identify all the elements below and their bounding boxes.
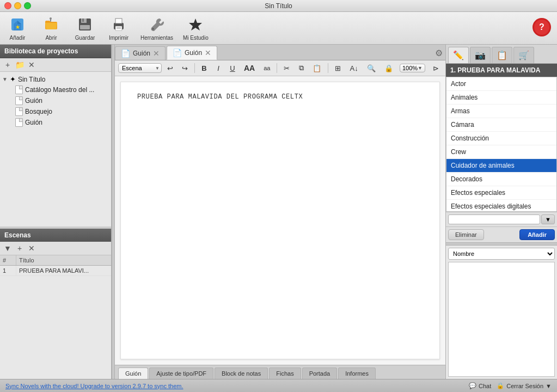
tab-1[interactable]: 📄 Guión ✕ bbox=[167, 46, 217, 60]
add-scene-button[interactable]: + bbox=[15, 243, 25, 253]
rp-nombre-select[interactable]: Nombre bbox=[448, 248, 555, 260]
rp-tab-camera[interactable]: 📷 bbox=[470, 47, 491, 63]
save-label: Guardar bbox=[75, 35, 95, 41]
help-icon[interactable]: ? bbox=[532, 17, 552, 39]
scene-type-select[interactable]: Escena bbox=[118, 63, 162, 73]
rp-item-efectos[interactable]: Efectos especiales bbox=[446, 186, 556, 200]
print-icon bbox=[110, 16, 127, 33]
print-button[interactable]: Imprimir bbox=[107, 16, 131, 41]
panel-toggle-button[interactable]: ⊳ bbox=[430, 63, 442, 74]
chat-button[interactable]: 💬 Chat bbox=[469, 382, 491, 389]
close-button[interactable] bbox=[4, 2, 11, 9]
rp-item-construccion[interactable]: Construcción bbox=[446, 132, 556, 145]
svg-rect-14 bbox=[117, 28, 121, 29]
copy-button[interactable]: ⧉ bbox=[295, 62, 307, 74]
print-label: Imprimir bbox=[109, 35, 128, 41]
svg-text:?: ? bbox=[539, 22, 544, 32]
session-button[interactable]: 🔒 Cerrar Sesión ▼ bbox=[497, 382, 552, 389]
scene-row-0[interactable]: 1 PRUEBA PARA MALAVI... bbox=[0, 266, 111, 276]
rp-item-decorados[interactable]: Decorados bbox=[446, 173, 556, 186]
format-btn-1[interactable]: ⊞ bbox=[332, 63, 344, 74]
zoom-control: 100% ▼ bbox=[400, 64, 425, 72]
tree-child-item-1[interactable]: Guión bbox=[13, 95, 111, 106]
bottom-tab-portada[interactable]: Portada bbox=[302, 367, 338, 379]
bottom-tab-informes[interactable]: Informes bbox=[338, 367, 376, 379]
rp-item-animales[interactable]: Animales bbox=[446, 91, 556, 105]
bottom-tab-bar: Guión Ajuste de tipo/PDF Block de notas … bbox=[115, 365, 445, 379]
tab-settings-icon[interactable]: ⚙ bbox=[435, 48, 443, 58]
doc-icon-0 bbox=[15, 85, 23, 94]
status-bar: Sync Novels with the cloud! Upgrade to v… bbox=[0, 379, 557, 392]
save-icon bbox=[76, 16, 94, 33]
rp-tab-camera-icon: 📷 bbox=[475, 50, 486, 60]
delete-project-button[interactable]: ✕ bbox=[27, 60, 36, 70]
bottom-tab-guion[interactable]: Guión bbox=[118, 367, 148, 379]
tree-child-item-2[interactable]: Bosquejo bbox=[13, 106, 111, 117]
mystudio-label: Mi Estudio bbox=[183, 35, 209, 41]
rp-tab-edit[interactable]: ✏️ bbox=[448, 47, 469, 63]
svg-rect-13 bbox=[117, 27, 121, 28]
redo-button[interactable]: ↪ bbox=[179, 63, 191, 74]
rp-item-crew[interactable]: Crew bbox=[446, 145, 556, 159]
chat-label: Chat bbox=[479, 383, 491, 389]
tab-close-0[interactable]: ✕ bbox=[153, 49, 160, 58]
italic-button[interactable]: I bbox=[212, 63, 224, 74]
rp-tab-shop[interactable]: 🛒 bbox=[513, 47, 534, 63]
window-title: Sin Título bbox=[265, 2, 292, 10]
add-button[interactable]: ★ Añadir bbox=[5, 16, 29, 41]
delete-scene-button[interactable]: ✕ bbox=[27, 243, 36, 253]
project-tree: ▼ ✦ Sin Título Catálogo Maestro del ... … bbox=[0, 72, 111, 226]
maximize-button[interactable] bbox=[24, 2, 31, 9]
rp-add-button[interactable]: Añadir bbox=[519, 229, 555, 240]
font-size-big-button[interactable]: AA bbox=[241, 62, 258, 74]
chat-icon: 💬 bbox=[469, 382, 476, 389]
underline-button[interactable]: U bbox=[227, 63, 238, 74]
editor-content[interactable]: PRUEBA PARA MALAVIDA DEL PROGRAMA CELTX bbox=[120, 82, 440, 359]
tab-doc-icon-1: 📄 bbox=[173, 48, 182, 57]
bottom-tab-fichas[interactable]: Fichas bbox=[269, 367, 301, 379]
minimize-button[interactable] bbox=[14, 2, 21, 9]
scenes-header: Escenas bbox=[0, 229, 111, 242]
doc-icon-2 bbox=[15, 107, 23, 116]
rp-search-input[interactable] bbox=[448, 215, 540, 224]
format-bar: Escena ↩ ↪ B I U AA aa ✂ ⧉ 📋 ⊞ A↓ 🔍 🔒 10… bbox=[115, 60, 445, 76]
tree-children: Catálogo Maestro del ... Guión Bosquejo … bbox=[0, 84, 111, 128]
rp-tab-list[interactable]: 📋 bbox=[492, 47, 512, 63]
bottom-tab-ajuste[interactable]: Ajuste de tipo/PDF bbox=[149, 367, 213, 379]
rp-item-cuidador[interactable]: Cuidador de animales bbox=[446, 159, 556, 173]
format-btn-2[interactable]: A↓ bbox=[346, 63, 361, 74]
undo-button[interactable]: ↩ bbox=[164, 63, 176, 74]
zoom-arrow[interactable]: ▼ bbox=[418, 65, 423, 71]
rp-delete-button[interactable]: Eliminar bbox=[448, 229, 484, 240]
tree-child-item-3[interactable]: Guión bbox=[13, 117, 111, 128]
tab-bar: 📄 Guión ✕ 📄 Guión ✕ ⚙ bbox=[115, 45, 445, 60]
tools-button[interactable]: Herramientas bbox=[140, 16, 173, 41]
tools-label: Herramientas bbox=[140, 35, 173, 41]
rp-item-efectos-dig[interactable]: Efectos especiales digitales bbox=[446, 200, 556, 212]
paste-button[interactable]: 📋 bbox=[309, 63, 325, 74]
font-size-small-button[interactable]: aa bbox=[260, 63, 273, 73]
bold-button[interactable]: B bbox=[198, 63, 210, 74]
search-button[interactable]: 🔍 bbox=[364, 63, 379, 74]
cut-button[interactable]: ✂ bbox=[280, 63, 293, 74]
tab-close-1[interactable]: ✕ bbox=[205, 48, 211, 57]
add-project-button[interactable]: + bbox=[3, 60, 13, 70]
tab-0[interactable]: 📄 Guión ✕ bbox=[115, 46, 166, 60]
lock-button[interactable]: 🔒 bbox=[381, 63, 396, 74]
bottom-tab-block[interactable]: Block de notas bbox=[215, 367, 268, 379]
tree-child-item-0[interactable]: Catálogo Maestro del ... bbox=[13, 84, 111, 95]
rp-item-actor[interactable]: Actor bbox=[446, 77, 556, 91]
rp-item-armas[interactable]: Armas bbox=[446, 105, 556, 118]
mystudio-button[interactable]: Mi Estudio bbox=[183, 16, 209, 41]
sync-link[interactable]: Sync Novels with the cloud! Upgrade to v… bbox=[5, 383, 183, 389]
open-folder-button[interactable]: 📁 bbox=[15, 60, 25, 70]
session-arrow: ▼ bbox=[546, 383, 552, 389]
open-button[interactable]: Abrir bbox=[39, 16, 63, 41]
rp-item-camara[interactable]: Cámara bbox=[446, 118, 556, 132]
fmt-sep-1 bbox=[194, 63, 195, 73]
rp-tab-list-icon: 📋 bbox=[497, 50, 507, 60]
rp-search-button[interactable]: ▼ bbox=[541, 215, 555, 224]
save-button[interactable]: Guardar bbox=[73, 16, 97, 41]
svg-point-15 bbox=[152, 28, 154, 30]
tree-root[interactable]: ▼ ✦ Sin Título bbox=[0, 74, 111, 84]
